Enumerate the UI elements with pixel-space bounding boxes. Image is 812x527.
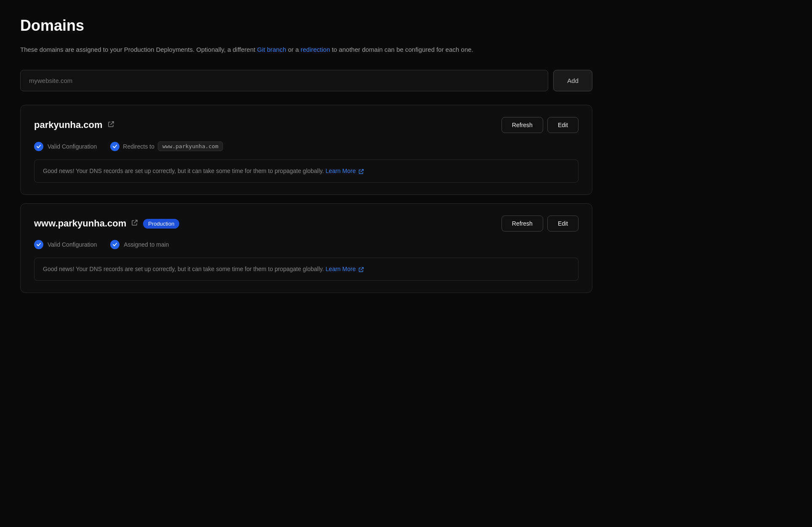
add-domain-button[interactable]: Add [553, 70, 592, 91]
domain-card-2-header: www.parkyunha.com Production Refresh Edi… [34, 216, 578, 232]
domain-input-row: Add [20, 70, 592, 91]
dns-notice-text-1: Good news! Your DNS records are set up c… [43, 168, 326, 174]
card-1-edit-button[interactable]: Edit [547, 117, 578, 133]
check-circle-assigned-2 [110, 240, 119, 249]
domain-1-status-row: Valid Configuration Redirects to www.par… [34, 141, 578, 151]
domain-name-1: parkyunha.com [34, 120, 103, 130]
dns-notice-1: Good news! Your DNS records are set up c… [34, 160, 578, 183]
card-2-actions: Refresh Edit [502, 216, 578, 232]
redirection-link[interactable]: redirection [300, 46, 330, 53]
status-item-assigned-2: Assigned to main [110, 240, 169, 249]
domain-name-row-1: parkyunha.com [34, 120, 114, 130]
card-2-edit-button[interactable]: Edit [547, 216, 578, 232]
external-link-icon-1[interactable] [108, 121, 114, 129]
dns-notice-2: Good news! Your DNS records are set up c… [34, 258, 578, 281]
check-circle-1 [34, 142, 43, 151]
domain-card-1: parkyunha.com Refresh Edit Valid Configu… [20, 105, 592, 195]
domain-name-row-2: www.parkyunha.com Production [34, 218, 179, 229]
status-label-valid-1: Valid Configuration [48, 143, 97, 150]
page-description: These domains are assigned to your Produ… [20, 45, 567, 55]
production-badge: Production [143, 219, 179, 229]
check-circle-redirect-1 [110, 142, 119, 151]
status-item-valid-2: Valid Configuration [34, 240, 97, 249]
git-branch-link[interactable]: Git branch [257, 46, 286, 53]
status-label-redirect-1: Redirects to [123, 143, 154, 150]
card-1-refresh-button[interactable]: Refresh [502, 117, 543, 133]
dns-notice-text-2: Good news! Your DNS records are set up c… [43, 266, 326, 272]
status-item-valid-1: Valid Configuration [34, 142, 97, 151]
external-link-icon-2[interactable] [131, 219, 138, 228]
status-label-valid-2: Valid Configuration [48, 241, 97, 248]
domain-name-2: www.parkyunha.com [34, 218, 126, 229]
status-item-redirect-1: Redirects to www.parkyunha.com [110, 141, 223, 151]
check-circle-2 [34, 240, 43, 249]
page-title: Domains [20, 17, 792, 35]
card-1-actions: Refresh Edit [502, 117, 578, 133]
card-2-refresh-button[interactable]: Refresh [502, 216, 543, 232]
learn-more-link-1[interactable]: Learn More [326, 168, 364, 174]
domain-card-2: www.parkyunha.com Production Refresh Edi… [20, 203, 592, 293]
domain-card-1-header: parkyunha.com Refresh Edit [34, 117, 578, 133]
domain-2-status-row: Valid Configuration Assigned to main [34, 240, 578, 249]
domain-input[interactable] [20, 70, 548, 91]
status-label-assigned-2: Assigned to main [124, 241, 169, 248]
learn-more-link-2[interactable]: Learn More [326, 266, 364, 272]
redirect-value-1: www.parkyunha.com [158, 141, 223, 151]
